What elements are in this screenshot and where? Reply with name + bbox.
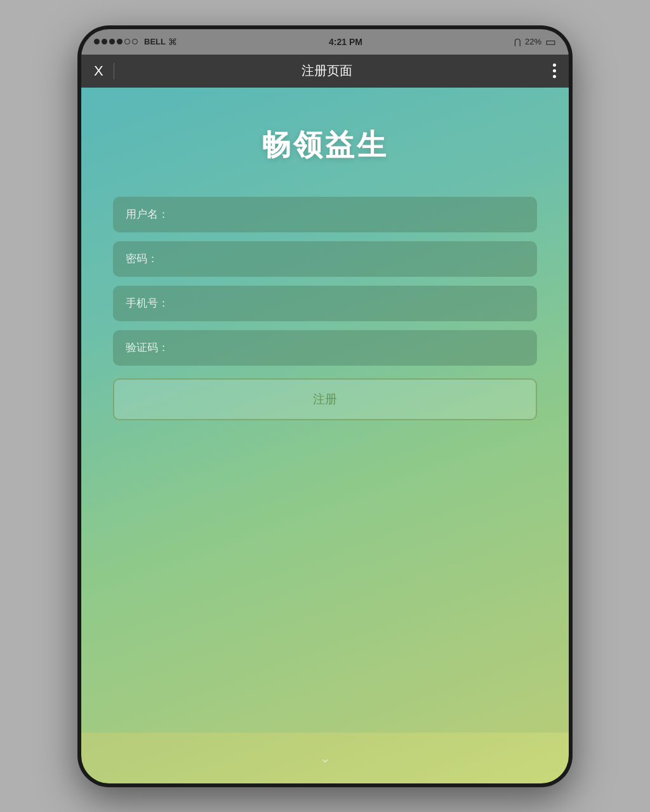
wifi-icon: ⌘ [168, 37, 177, 47]
more-dot-2 [553, 69, 556, 72]
signal-dot-6 [132, 39, 138, 44]
nav-bar: X 注册页面 [81, 55, 569, 88]
signal-dot-3 [109, 39, 115, 44]
more-button[interactable] [553, 63, 556, 78]
app-title: 畅领益生 [262, 126, 388, 165]
password-input[interactable] [113, 241, 537, 277]
outer-right-group: ⋂ 22% ▭ [514, 35, 556, 49]
signal-dot-4 [117, 39, 123, 44]
verification-code-input[interactable] [113, 330, 537, 366]
more-dot-1 [553, 63, 556, 67]
battery-icon: ▭ [545, 35, 556, 49]
signal-dot-2 [102, 39, 107, 44]
outer-time: 4:21 PM [329, 37, 362, 47]
bluetooth-icon: ⋂ [514, 37, 521, 46]
outer-percent: 22% [525, 37, 541, 46]
close-button[interactable]: X [94, 63, 114, 79]
signal-dot-5 [124, 39, 130, 44]
bottom-chevron-icon: ⌄ [320, 750, 331, 766]
phone-input[interactable] [113, 286, 537, 321]
signal-dots [94, 39, 138, 44]
username-input[interactable] [113, 197, 537, 232]
outer-status-bar: BELL ⌘ 4:21 PM ⋂ 22% ▭ [81, 29, 569, 55]
signal-dot-1 [94, 39, 100, 44]
outer-carrier: BELL [144, 37, 166, 46]
registration-form: 注册 [113, 197, 537, 420]
phone-screen: BELL ⌘ 4:21 PM ⋂ 22% ▭ X 注册页面 畅领益生 [81, 29, 569, 783]
bottom-area: ⌄ [81, 733, 569, 783]
more-dot-3 [553, 75, 556, 78]
register-button[interactable]: 注册 [113, 378, 537, 420]
page-title: 注册页面 [114, 62, 540, 79]
phone-frame: BELL ⌘ 4:21 PM ⋂ 22% ▭ X 注册页面 畅领益生 [77, 25, 573, 787]
main-content: 畅领益生 注册 [81, 88, 569, 733]
